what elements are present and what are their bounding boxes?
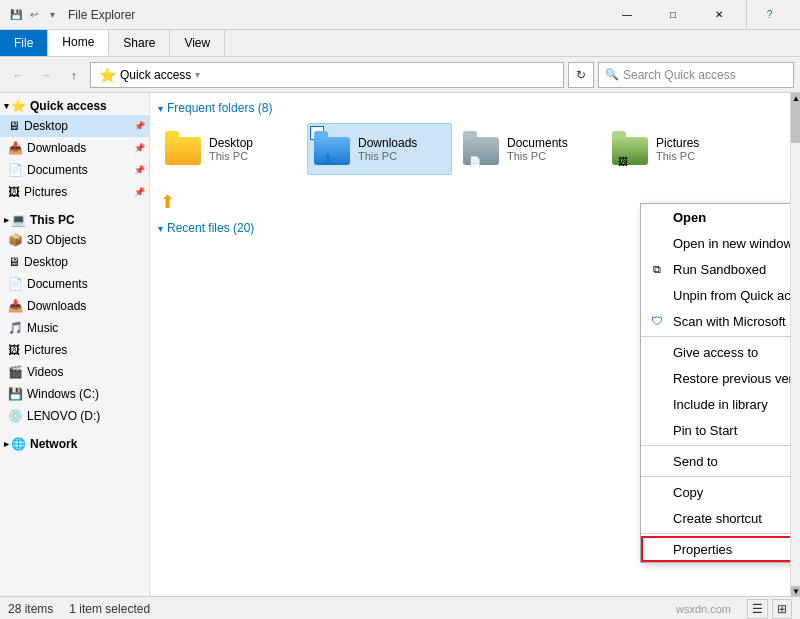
view-toggle: ☰ ⊞: [747, 599, 792, 619]
network-label: Network: [30, 437, 77, 451]
tab-file[interactable]: File: [0, 30, 48, 56]
quick-access-label: Quick access: [30, 99, 107, 113]
tab-home[interactable]: Home: [48, 30, 109, 56]
sidebar-quick-access-header[interactable]: ▾ Quick access: [0, 97, 149, 115]
ctx-defender[interactable]: 🛡 Scan with Microsoft Defender...: [641, 308, 790, 334]
ctx-copy-label: Copy: [673, 485, 703, 500]
sidebar-item-pictures[interactable]: Pictures 📌: [0, 181, 149, 203]
maximize-button[interactable]: □: [650, 0, 696, 30]
windows-c-icon: [8, 387, 23, 401]
pictures-icon: [8, 185, 20, 199]
scroll-thumb[interactable]: [791, 103, 800, 143]
ctx-unpin[interactable]: Unpin from Quick access: [641, 282, 790, 308]
ctx-sep-4: [641, 533, 790, 534]
ctx-open-label: Open: [673, 210, 706, 225]
sidebar-item-documents[interactable]: Documents 📌: [0, 159, 149, 181]
sidebar-item-pc-pictures[interactable]: Pictures: [0, 339, 149, 361]
scroll-up[interactable]: ▲: [791, 93, 800, 103]
ctx-include-library[interactable]: Include in library ▶: [641, 391, 790, 417]
view-grid-icon[interactable]: ⊞: [772, 599, 792, 619]
sidebar-item-pc-desktop[interactable]: Desktop: [0, 251, 149, 273]
sidebar-item-windows-c[interactable]: Windows (C:): [0, 383, 149, 405]
folder-desktop-text: Desktop This PC: [209, 136, 253, 162]
folder-desktop-name: Desktop: [209, 136, 253, 150]
ctx-sep-3: [641, 476, 790, 477]
sidebar-item-desktop[interactable]: Desktop 📌: [0, 115, 149, 137]
sidebar-label-pc-documents: Documents: [27, 277, 88, 291]
redo-icon: ▾: [44, 7, 60, 23]
ctx-open[interactable]: Open: [641, 204, 790, 230]
up-button[interactable]: ↑: [62, 63, 86, 87]
pc-pictures-icon: [8, 343, 20, 357]
ctx-open-new-window[interactable]: Open in new window: [641, 230, 790, 256]
minimize-button[interactable]: —: [604, 0, 650, 30]
ctx-sep-2: [641, 445, 790, 446]
status-count: 28 items: [8, 602, 53, 616]
ctx-run-sandboxed[interactable]: ⧉ Run Sandboxed: [641, 256, 790, 282]
ctx-send-to[interactable]: Send to ▶: [641, 448, 790, 474]
sidebar-label-windows-c: Windows (C:): [27, 387, 99, 401]
folder-pictures-text: Pictures This PC: [656, 136, 699, 162]
address-box[interactable]: ⭐ Quick access ▾: [90, 62, 564, 88]
back-button[interactable]: ←: [6, 63, 30, 87]
frequent-folders-label: Frequent folders (8): [167, 101, 272, 115]
sidebar-item-3dobjects[interactable]: 3D Objects: [0, 229, 149, 251]
sidebar-item-lenovo-d[interactable]: LENOVO (D:): [0, 405, 149, 427]
save-icon: 💾: [8, 7, 24, 23]
ctx-unpin-label: Unpin from Quick access: [673, 288, 790, 303]
help-button[interactable]: ?: [746, 0, 792, 30]
search-box[interactable]: 🔍 Search Quick access: [598, 62, 794, 88]
forward-button[interactable]: →: [34, 63, 58, 87]
main-area: ▾ Quick access Desktop 📌 Downloads 📌 Doc…: [0, 93, 800, 596]
sidebar-label-desktop: Desktop: [24, 119, 68, 133]
sidebar-network-header[interactable]: ▸ Network: [0, 435, 149, 453]
scroll-down[interactable]: ▼: [791, 586, 800, 596]
ctx-pin-start[interactable]: Pin to Start: [641, 417, 790, 443]
view-list-icon[interactable]: ☰: [747, 599, 768, 619]
ctx-defender-label: Scan with Microsoft Defender...: [673, 314, 790, 329]
lenovo-icon: [8, 409, 23, 423]
sidebar-label-downloads: Downloads: [27, 141, 86, 155]
defender-icon: 🛡: [649, 313, 665, 329]
sidebar-item-music[interactable]: Music: [0, 317, 149, 339]
content-area: ▾ Frequent folders (8) Desktop This PC ✓…: [150, 93, 790, 596]
pin-icon-4: 📌: [134, 187, 145, 197]
music-icon: [8, 321, 23, 335]
sidebar-label-music: Music: [27, 321, 58, 335]
sidebar-item-pc-documents[interactable]: Documents: [0, 273, 149, 295]
quick-access-icon: [11, 99, 26, 113]
close-button[interactable]: ✕: [696, 0, 742, 30]
context-menu: Open Open in new window ⧉ Run Sandboxed …: [640, 203, 790, 563]
frequent-folders-header[interactable]: ▾ Frequent folders (8): [158, 101, 782, 115]
folder-documents-icon: 📄: [463, 131, 499, 167]
sidebar-this-pc-header[interactable]: ▸ This PC: [0, 211, 149, 229]
ctx-library-label: Include in library: [673, 397, 768, 412]
tab-share[interactable]: Share: [109, 30, 170, 56]
sidebar-label-pc-pictures: Pictures: [24, 343, 67, 357]
ctx-copy[interactable]: Copy: [641, 479, 790, 505]
folder-pictures[interactable]: 🖼 Pictures This PC: [605, 123, 750, 175]
this-pc-icon: [11, 213, 26, 227]
sidebar-item-videos[interactable]: Videos: [0, 361, 149, 383]
pc-dl-icon: [8, 299, 23, 313]
sidebar-item-downloads[interactable]: Downloads 📌: [0, 137, 149, 159]
undo-icon: ↩: [26, 7, 42, 23]
refresh-button[interactable]: ↻: [568, 62, 594, 88]
ctx-give-access[interactable]: Give access to ▶: [641, 339, 790, 365]
titlebar-system-icons: 💾 ↩ ▾: [8, 7, 60, 23]
folder-downloads-text: Downloads This PC: [358, 136, 417, 162]
ctx-restore-versions[interactable]: Restore previous versions: [641, 365, 790, 391]
pin-icon: 📌: [134, 121, 145, 131]
folder-desktop-sub: This PC: [209, 150, 253, 162]
folder-downloads[interactable]: ✓ ⬇ Downloads This PC: [307, 123, 452, 175]
scrollbar[interactable]: ▲ ▼: [790, 93, 800, 596]
folder-documents[interactable]: 📄 Documents This PC: [456, 123, 601, 175]
statusbar: 28 items 1 item selected wsxdn.com ☰ ⊞: [0, 596, 800, 619]
tab-view[interactable]: View: [170, 30, 225, 56]
address-dropdown-icon[interactable]: ▾: [195, 69, 200, 80]
ctx-create-shortcut[interactable]: Create shortcut: [641, 505, 790, 531]
search-placeholder: Search Quick access: [623, 68, 736, 82]
ctx-properties[interactable]: Properties: [641, 536, 790, 562]
folder-desktop[interactable]: Desktop This PC: [158, 123, 303, 175]
sidebar-item-pc-downloads[interactable]: Downloads: [0, 295, 149, 317]
